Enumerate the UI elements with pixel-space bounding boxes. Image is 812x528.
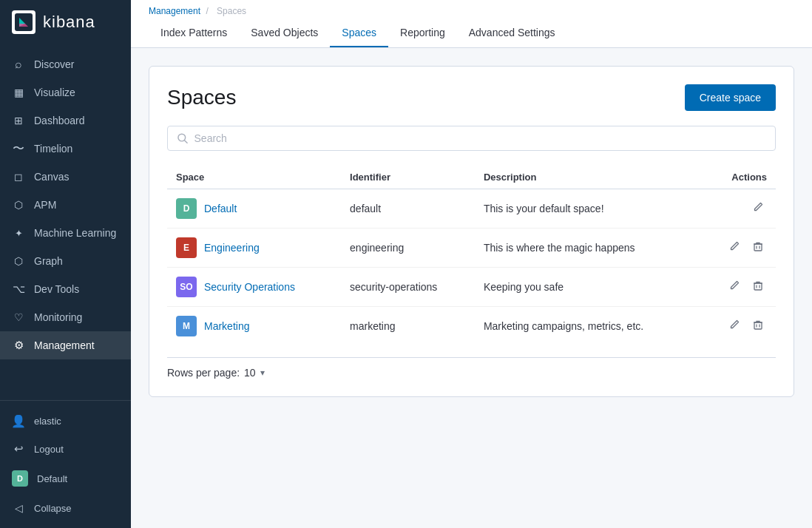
sidebar-label-management: Management <box>34 339 95 351</box>
table-header-row: Space Identifier Description Actions <box>167 166 776 189</box>
delete-button[interactable] <box>749 237 767 258</box>
space-avatar-default: D <box>12 470 28 487</box>
tab-saved-objects[interactable]: Saved Objects <box>239 19 330 47</box>
edit-button[interactable] <box>725 277 743 297</box>
sidebar-label-logout: Logout <box>34 444 64 455</box>
sidebar-item-default-space[interactable]: D Default <box>0 463 131 494</box>
sidebar-label-timelion: Timelion <box>34 143 72 155</box>
rows-per-page-label: Rows per page: <box>167 367 240 379</box>
sidebar-label-graph: Graph <box>34 255 63 267</box>
breadcrumb-current: Spaces <box>217 6 246 16</box>
space-avatar: M <box>176 316 197 336</box>
sidebar-item-discover[interactable]: Discover <box>0 50 131 78</box>
sidebar-label-collapse: Collapse <box>34 503 72 514</box>
edit-button[interactable] <box>725 237 743 258</box>
discover-icon <box>12 58 25 71</box>
col-description: Description <box>475 166 700 189</box>
sidebar-nav: Discover Visualize Dashboard Timelion Ca… <box>0 44 131 400</box>
tab-spaces[interactable]: Spaces <box>330 19 388 47</box>
timelion-icon <box>12 142 25 155</box>
space-link[interactable]: Default <box>204 203 237 214</box>
identifier-cell: security-operations <box>341 268 475 307</box>
rows-per-page: Rows per page: 10 ▾ <box>167 357 776 379</box>
logo[interactable]: kibana <box>0 0 131 44</box>
dashboard-icon <box>12 114 25 127</box>
search-input[interactable] <box>194 132 766 144</box>
space-link[interactable]: Marketing <box>204 320 249 332</box>
canvas-icon <box>12 170 25 183</box>
delete-button[interactable] <box>749 277 767 297</box>
identifier-cell: engineering <box>341 229 475 268</box>
description-cell: This is your default space! <box>475 189 700 229</box>
content-header: Spaces Create space <box>167 84 776 111</box>
logout-icon <box>12 442 25 456</box>
sidebar-label-visualize: Visualize <box>34 87 75 98</box>
main-content: Management / Spaces Index Patterns Saved… <box>131 0 812 528</box>
delete-button[interactable] <box>749 316 767 336</box>
graph-icon <box>12 254 25 268</box>
space-avatar: E <box>176 237 197 258</box>
create-space-button[interactable]: Create space <box>685 84 776 111</box>
spaces-table: Space Identifier Description Actions D D… <box>167 166 776 345</box>
user-icon: 👤 <box>12 414 25 427</box>
space-cell: M Marketing <box>167 307 341 346</box>
sidebar-label-ml: Machine Learning <box>34 227 116 239</box>
space-link[interactable]: Security Operations <box>204 281 295 293</box>
tab-reporting[interactable]: Reporting <box>388 19 457 47</box>
identifier-cell: default <box>341 189 475 229</box>
sidebar-item-timelion[interactable]: Timelion <box>0 135 131 163</box>
sidebar-label-discover: Discover <box>34 58 74 70</box>
sidebar-item-logout[interactable]: Logout <box>0 435 131 463</box>
sidebar-item-user[interactable]: 👤 elastic <box>0 407 131 435</box>
sidebar-item-management[interactable]: Management <box>0 331 131 359</box>
sidebar-item-apm[interactable]: APM <box>0 191 131 219</box>
col-space: Space <box>167 166 341 189</box>
breadcrumb-parent[interactable]: Management <box>149 6 200 16</box>
sidebar-item-monitoring[interactable]: Monitoring <box>0 303 131 331</box>
svg-rect-3 <box>754 244 762 251</box>
edit-button[interactable] <box>725 316 743 336</box>
description-cell: Marketing campaigns, metrics, etc. <box>475 307 700 346</box>
space-link[interactable]: Engineering <box>204 242 260 254</box>
edit-button[interactable] <box>749 198 767 219</box>
sidebar-label-devtools: Dev Tools <box>34 283 79 295</box>
actions-cell <box>700 307 776 346</box>
identifier-cell: marketing <box>341 307 475 346</box>
svg-line-2 <box>185 141 187 143</box>
actions-cell <box>700 229 776 268</box>
breadcrumb: Management / Spaces <box>149 0 794 19</box>
sidebar-item-canvas[interactable]: Canvas <box>0 163 131 191</box>
sidebar-label-user: elastic <box>34 416 61 427</box>
table-row: M Marketing marketingMarketing campaigns… <box>167 307 776 346</box>
sidebar-label-default: Default <box>37 473 67 484</box>
sidebar-item-collapse[interactable]: Collapse <box>0 494 131 522</box>
chevron-down-icon[interactable]: ▾ <box>260 368 265 378</box>
sidebar-bottom: 👤 elastic Logout D Default Collapse <box>0 400 131 528</box>
space-cell: SO Security Operations <box>167 268 341 307</box>
sidebar-label-dashboard: Dashboard <box>34 115 85 126</box>
sidebar-item-dashboard[interactable]: Dashboard <box>0 106 131 135</box>
table-row: D Default defaultThis is your default sp… <box>167 189 776 229</box>
description-cell: Keeping you safe <box>475 268 700 307</box>
search-bar <box>167 126 776 151</box>
sidebar-item-visualize[interactable]: Visualize <box>0 78 131 106</box>
tab-advanced-settings[interactable]: Advanced Settings <box>457 19 567 47</box>
actions-cell <box>700 189 776 229</box>
kibana-logo-icon <box>12 10 35 34</box>
devtools-icon <box>12 282 25 296</box>
col-actions: Actions <box>700 166 776 189</box>
sidebar-label-apm: APM <box>34 199 56 211</box>
sidebar-item-graph[interactable]: Graph <box>0 247 131 275</box>
page-title: Spaces <box>167 86 236 109</box>
sidebar-item-dev-tools[interactable]: Dev Tools <box>0 275 131 303</box>
space-avatar: D <box>176 198 197 219</box>
collapse-icon <box>12 501 25 515</box>
table-row: E Engineering engineeringThis is where t… <box>167 229 776 268</box>
svg-rect-11 <box>754 322 762 329</box>
rows-per-page-value: 10 <box>244 367 256 379</box>
spaces-card: Spaces Create space Space Identifier Des… <box>149 66 794 397</box>
top-bar: Management / Spaces Index Patterns Saved… <box>131 0 812 48</box>
tab-index-patterns[interactable]: Index Patterns <box>149 19 239 47</box>
actions-cell <box>700 268 776 307</box>
sidebar-item-machine-learning[interactable]: Machine Learning <box>0 219 131 247</box>
